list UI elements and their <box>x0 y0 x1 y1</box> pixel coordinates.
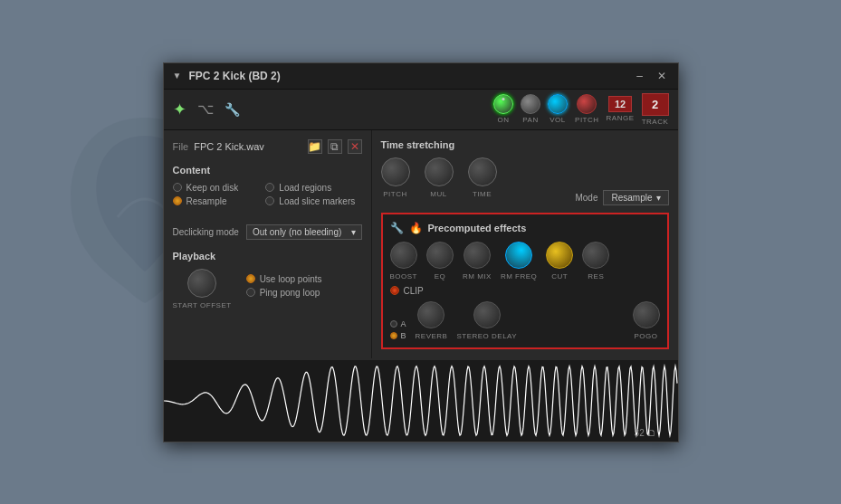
vol-control: VOL <box>548 94 568 124</box>
track-label: TRACK <box>642 118 669 126</box>
pan-knob[interactable] <box>521 94 540 114</box>
minimize-button[interactable]: – <box>633 69 647 83</box>
keep-on-disk-option[interactable]: Keep on disk <box>173 183 239 193</box>
right-panel: Time stretching PITCH MUL TI <box>372 130 678 358</box>
file-open-button[interactable]: 📁 <box>308 139 322 154</box>
title-bar: ▼ FPC 2 Kick (BD 2) – ✕ <box>164 63 678 90</box>
pitch-label: PITCH <box>575 116 599 124</box>
on-label: ON <box>498 116 510 124</box>
rm-mix-knob[interactable] <box>464 242 491 269</box>
boost-control: BOOST <box>390 242 418 281</box>
cut-knob[interactable] <box>546 242 573 269</box>
rm-freq-knob[interactable] <box>505 242 532 269</box>
track-control: 2 TRACK <box>642 93 669 126</box>
pan-label: PAN <box>522 116 538 124</box>
use-loop-points-radio <box>246 274 255 283</box>
mode-label: Mode <box>575 193 597 203</box>
knobs-row-1: BOOST EQ RM MIX RM FREQ <box>390 242 660 281</box>
res-control: RES <box>582 242 609 281</box>
ab-b-radio <box>390 332 397 339</box>
ts-mul-control: MUL <box>425 157 454 198</box>
boost-knob[interactable] <box>390 242 417 269</box>
on-knob[interactable] <box>493 94 513 114</box>
bit-depth-value: 32 <box>635 428 645 438</box>
load-regions-label: Load regions <box>279 183 331 193</box>
pan-control: PAN <box>521 94 540 124</box>
eq-knob[interactable] <box>426 242 454 269</box>
resample-option[interactable]: Resample <box>173 196 239 206</box>
pogo-control: POGO <box>633 301 660 340</box>
on-control: ON <box>493 94 513 124</box>
vol-knob[interactable] <box>548 94 568 114</box>
file-clone-button[interactable]: ⧉ <box>328 139 342 154</box>
ts-time-knob[interactable] <box>468 157 497 186</box>
knob-indicator <box>502 98 505 100</box>
pogo-label: POGO <box>634 332 657 340</box>
ts-knobs-row: PITCH MUL TIME <box>381 157 497 198</box>
clip-indicator <box>390 286 399 295</box>
use-loop-points-option[interactable]: Use loop points <box>246 274 322 284</box>
load-slice-option[interactable]: Load slice markers <box>265 196 355 206</box>
reverb-label: REVERB <box>416 332 448 340</box>
sparkle-icon[interactable]: ✦ <box>173 100 186 119</box>
left-panel: File FPC 2 Kick.wav 📁 ⧉ ✕ Content Keep o… <box>164 130 372 358</box>
start-offset-control: START OFFSET <box>173 269 232 309</box>
ab-b-option[interactable]: B <box>390 331 406 340</box>
stereo-delay-label: STEREO DELAY <box>456 332 517 340</box>
pitch-knob[interactable] <box>577 94 597 114</box>
start-offset-knob[interactable] <box>187 269 216 298</box>
close-button[interactable]: ✕ <box>655 69 669 83</box>
ping-pong-radio <box>246 288 255 297</box>
waveform-area: 32 🗋 <box>164 360 678 442</box>
time-stretching-title: Time stretching <box>381 139 669 150</box>
resample-radio <box>173 196 182 205</box>
ts-pitch-knob[interactable] <box>381 157 410 186</box>
content-options-left: Keep on disk Resample <box>173 183 239 206</box>
start-offset-label: START OFFSET <box>173 301 232 309</box>
file-icon: 🗋 <box>647 428 656 438</box>
file-close-button[interactable]: ✕ <box>348 139 362 154</box>
load-regions-option[interactable]: Load regions <box>265 183 355 193</box>
main-content: File FPC 2 Kick.wav 📁 ⧉ ✕ Content Keep o… <box>164 130 678 358</box>
clip-row: CLIP <box>390 286 660 296</box>
ping-pong-option[interactable]: Ping pong loop <box>246 288 322 298</box>
content-title: Content <box>173 165 362 176</box>
pitch-control: PITCH <box>575 94 599 124</box>
precomp-header: 🔧 🔥 Precomputed effects <box>390 222 660 234</box>
boost-label: BOOST <box>390 272 418 281</box>
ts-pitch-label: PITCH <box>383 190 407 198</box>
resample-label: Resample <box>186 196 227 206</box>
declicking-row: Declicking mode Out only (no bleeding) ▾ <box>173 224 362 240</box>
mode-select[interactable]: Resample ▾ <box>603 190 668 205</box>
vol-label: VOL <box>550 116 566 124</box>
wrench-icon[interactable]: 🔧 <box>225 102 240 117</box>
declicking-arrow: ▾ <box>351 227 356 237</box>
ping-pong-label: Ping pong loop <box>260 288 320 298</box>
res-label: RES <box>588 272 604 281</box>
rm-freq-label: RM FREQ <box>501 272 537 281</box>
pogo-knob[interactable] <box>633 301 660 328</box>
mode-row: Mode Resample ▾ <box>575 190 668 205</box>
window-title: FPC 2 Kick (BD 2) <box>188 70 280 82</box>
toolbar-right: ON PAN VOL PITCH 12 RANGE <box>493 93 668 126</box>
ab-a-option[interactable]: A <box>390 319 406 328</box>
title-bar-left: ▼ FPC 2 Kick (BD 2) <box>173 70 281 82</box>
playback-row: START OFFSET Use loop points Ping pong l… <box>173 269 362 309</box>
ts-mul-knob[interactable] <box>425 157 454 186</box>
pitch-num-badge[interactable]: 12 <box>608 96 632 112</box>
ts-time-label: TIME <box>473 190 492 198</box>
reverb-knob[interactable] <box>417 301 444 328</box>
precomputed-effects-box: 🔧 🔥 Precomputed effects BOOST EQ <box>381 213 669 349</box>
ab-a-radio <box>390 320 397 328</box>
graph-icon[interactable]: ⌥ <box>197 100 214 118</box>
stereo-delay-control: STEREO DELAY <box>456 301 517 340</box>
waveform-canvas <box>164 360 678 442</box>
stereo-delay-knob[interactable] <box>473 301 501 328</box>
keep-on-disk-radio <box>173 183 182 192</box>
track-badge[interactable]: 2 <box>642 93 669 116</box>
ts-mul-label: MUL <box>430 190 446 198</box>
mode-value: Resample <box>611 193 652 203</box>
eq-control: EQ <box>426 242 454 281</box>
res-knob[interactable] <box>582 242 609 269</box>
declicking-select[interactable]: Out only (no bleeding) ▾ <box>246 224 362 240</box>
